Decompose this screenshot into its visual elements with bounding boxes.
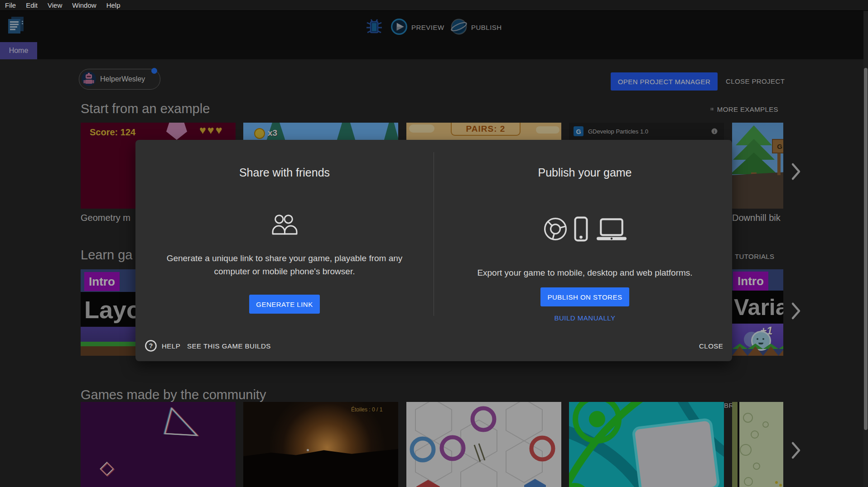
gdevelop-window: PREVIEW PUBLISH Home HelperWesley OPEN P… [0, 0, 868, 487]
publish-on-stores-button[interactable]: PUBLISH ON STORES [540, 287, 629, 306]
svg-text:?: ? [149, 342, 153, 349]
menu-bar: File Edit View Window Help [0, 0, 868, 11]
menu-item-help[interactable]: Help [101, 1, 125, 9]
dialog-divider [434, 152, 434, 316]
share-title: Share with friends [149, 166, 420, 179]
menu-item-file[interactable]: File [0, 1, 21, 9]
publish-description: Export your game to mobile, desktop and … [449, 266, 721, 279]
laptop-icon [597, 218, 627, 241]
share-description: Generate a unique link to share your gam… [149, 252, 420, 278]
help-circle-icon: ? [145, 339, 157, 352]
see-game-builds-button[interactable]: SEE THIS GAME BUILDS [184, 342, 274, 350]
people-icon [271, 214, 298, 235]
publish-title: Publish your game [449, 166, 721, 179]
help-button[interactable]: ? HELP [145, 339, 185, 353]
chrome-icon [543, 217, 568, 241]
close-dialog-button[interactable]: CLOSE [696, 342, 726, 350]
build-manually-link[interactable]: BUILD MANUALLY [449, 314, 721, 322]
share-publish-dialog: Share with friends Generate a unique lin… [135, 140, 732, 361]
menu-item-edit[interactable]: Edit [21, 1, 43, 9]
help-label: HELP [162, 342, 180, 350]
menu-item-window[interactable]: Window [67, 1, 101, 9]
menu-item-view[interactable]: View [43, 1, 67, 9]
phone-icon [574, 216, 588, 242]
generate-link-button[interactable]: GENERATE LINK [249, 295, 320, 314]
